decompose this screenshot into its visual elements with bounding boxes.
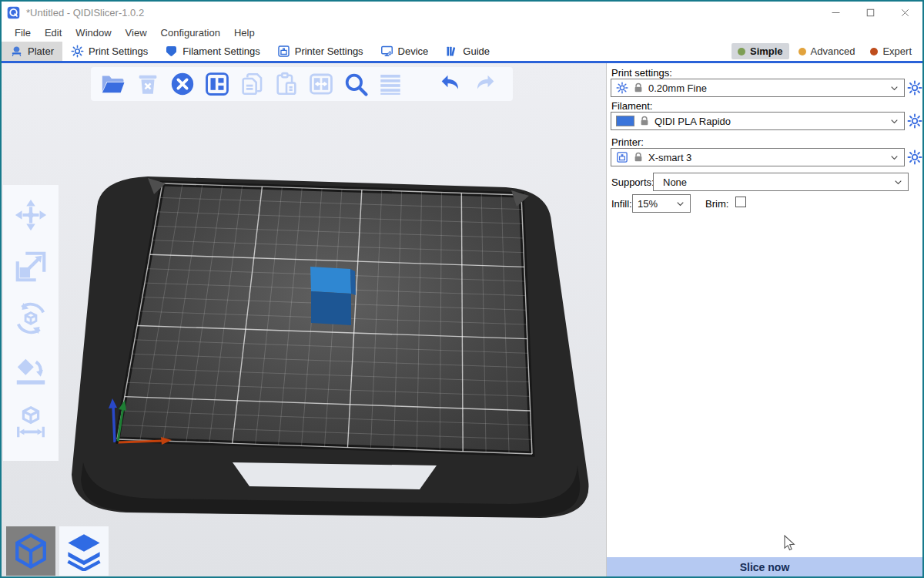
mode-label: Expert — [882, 45, 912, 57]
supports-value: None — [658, 176, 889, 188]
close-button[interactable] — [888, 2, 922, 23]
copy-icon — [239, 71, 265, 97]
undo-icon — [437, 71, 464, 97]
simple-mode-dot-icon — [738, 48, 745, 55]
tab-label: Plater — [28, 45, 54, 57]
gear-icon — [907, 150, 922, 165]
tab-bar: Plater Print Settings Filament Settings … — [2, 42, 922, 63]
menu-help[interactable]: Help — [227, 25, 262, 41]
chevron-down-icon — [893, 177, 903, 187]
infill-label: Infill: — [611, 198, 632, 210]
lock-icon — [639, 116, 650, 126]
gear-icon — [907, 113, 922, 129]
variable-layer-height-button[interactable] — [377, 71, 403, 97]
copy-button[interactable] — [239, 71, 265, 97]
scale-icon — [13, 249, 49, 284]
brim-label: Brim: — [705, 198, 728, 210]
tab-guide[interactable]: Guide — [437, 42, 498, 61]
print-settings-label: Print settings: — [611, 67, 672, 79]
app-logo-icon — [7, 6, 20, 19]
gear-icon — [616, 82, 628, 94]
delete-button[interactable] — [135, 71, 161, 97]
minimize-button[interactable] — [819, 2, 853, 23]
mode-simple[interactable]: Simple — [732, 43, 789, 59]
chevron-down-icon — [675, 199, 685, 209]
tab-label: Device — [398, 45, 429, 57]
move-icon — [13, 197, 49, 233]
settings-panel: Print settings: 0.20mm Fine Filament: QI… — [606, 63, 922, 576]
rotate-tool-button[interactable] — [13, 301, 49, 336]
filament-value: QIDI PLA Rapido — [654, 116, 885, 127]
printer-value: X-smart 3 — [648, 152, 885, 163]
left-toolbar — [3, 185, 59, 461]
supports-combo[interactable]: None — [653, 173, 909, 191]
print-settings-edit-button[interactable] — [907, 80, 922, 96]
delete-trash-icon — [135, 71, 161, 97]
cube-3d-icon — [11, 531, 51, 571]
tab-label: Filament Settings — [182, 45, 259, 57]
plater-icon — [10, 45, 23, 58]
tab-printer-settings[interactable]: Printer Settings — [269, 42, 372, 61]
mode-expert[interactable]: Expert — [864, 43, 918, 59]
supports-label: Supports: — [611, 176, 654, 188]
delete-all-button[interactable] — [169, 71, 196, 97]
printer-combo[interactable]: X-smart 3 — [611, 148, 905, 166]
menu-file[interactable]: File — [8, 25, 38, 41]
place-on-face-tool-button[interactable] — [13, 352, 49, 388]
move-tool-button[interactable] — [13, 197, 49, 233]
3d-editor-view-button[interactable] — [6, 526, 55, 576]
3d-viewport[interactable] — [2, 63, 606, 576]
close-icon — [899, 6, 912, 19]
menu-configuration[interactable]: Configuration — [154, 25, 227, 41]
menu-window[interactable]: Window — [69, 25, 118, 41]
layers-icon — [377, 71, 403, 97]
tab-label: Guide — [463, 45, 490, 57]
brim-checkbox[interactable] — [735, 197, 746, 207]
tab-label: Printer Settings — [295, 45, 363, 57]
infill-value: 15% — [638, 198, 671, 210]
split-objects-button[interactable] — [308, 71, 334, 97]
menu-view[interactable]: View — [119, 25, 154, 41]
qidislicer-window: *Untitled - QIDISlicer-1.0.2 File Edit W… — [0, 0, 924, 578]
arrange-button[interactable] — [204, 71, 230, 97]
print-bed-scene[interactable] — [2, 63, 606, 576]
preview-view-button[interactable] — [59, 526, 109, 576]
top-toolbar — [91, 67, 513, 101]
filament-edit-button[interactable] — [907, 113, 922, 129]
search-icon — [343, 71, 369, 97]
paste-button[interactable] — [273, 71, 300, 97]
tab-plater[interactable]: Plater — [2, 42, 62, 61]
mode-selector: Simple Advanced Expert — [732, 42, 922, 61]
printer-icon — [616, 151, 628, 163]
rotate-icon — [13, 301, 49, 336]
tray-handle-gap — [233, 462, 437, 489]
tab-label: Print Settings — [89, 45, 148, 57]
gear-icon — [907, 80, 922, 96]
model-cube[interactable] — [310, 267, 356, 325]
tab-filament-settings[interactable]: Filament Settings — [156, 42, 268, 61]
delete-all-icon — [169, 71, 196, 97]
maximize-button[interactable] — [853, 2, 888, 23]
slice-now-button[interactable]: Slice now — [607, 557, 922, 576]
title-bar: *Untitled - QIDISlicer-1.0.2 — [2, 2, 922, 23]
mode-advanced[interactable]: Advanced — [792, 43, 862, 59]
maximize-icon — [864, 6, 877, 19]
printer-edit-button[interactable] — [907, 150, 922, 165]
tab-print-settings[interactable]: Print Settings — [62, 42, 156, 61]
tab-device[interactable]: Device — [372, 42, 437, 61]
printer-label: Printer: — [611, 136, 644, 148]
print-settings-value: 0.20mm Fine — [648, 82, 885, 94]
scale-tool-button[interactable] — [13, 249, 49, 284]
printer-icon — [277, 45, 290, 58]
undo-button[interactable] — [437, 71, 464, 97]
open-file-button[interactable] — [100, 71, 126, 97]
redo-button[interactable] — [472, 71, 498, 97]
search-button[interactable] — [343, 71, 369, 97]
mode-label: Advanced — [811, 45, 855, 57]
mode-label: Simple — [750, 45, 783, 57]
menu-edit[interactable]: Edit — [38, 25, 69, 41]
print-settings-combo[interactable]: 0.20mm Fine — [611, 79, 905, 97]
measure-tool-button[interactable] — [13, 404, 49, 439]
infill-combo[interactable]: 15% — [632, 194, 691, 213]
filament-combo[interactable]: QIDI PLA Rapido — [611, 112, 905, 130]
